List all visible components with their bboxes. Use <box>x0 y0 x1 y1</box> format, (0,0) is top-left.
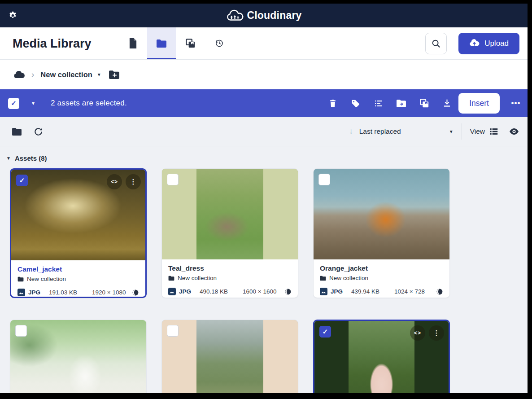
insert-button[interactable]: Insert <box>458 93 500 114</box>
asset-thumbnail: ✓ <box>162 169 298 259</box>
page-title: Media Library <box>13 36 92 50</box>
file-format-icon <box>168 288 176 295</box>
search-button[interactable] <box>425 33 447 54</box>
download-button[interactable] <box>436 89 458 117</box>
create-folder-button[interactable] <box>109 70 120 79</box>
asset-checkbox[interactable]: ✓ <box>15 325 27 337</box>
asset-more-button[interactable]: ⋮ <box>126 174 141 189</box>
asset-card[interactable]: ✓ Orange_jacket New collection JPG 439.9… <box>313 168 450 298</box>
tag-button[interactable] <box>344 89 367 117</box>
asset-title[interactable]: Teal_dress <box>168 264 292 272</box>
asset-format: JPG <box>28 289 40 296</box>
selection-actions: Insert ••• <box>321 89 528 117</box>
search-icon <box>431 39 441 48</box>
breadcrumb: › New collection ▾ <box>0 60 528 89</box>
select-all-checkbox[interactable]: ✓ <box>8 98 19 109</box>
tab-history[interactable] <box>205 27 233 59</box>
embed-code-button[interactable]: <> <box>410 325 425 341</box>
collection-name[interactable]: New collection <box>40 70 92 79</box>
check-icon: ✓ <box>323 328 328 336</box>
top-navbar: Cloudinary <box>0 4 528 27</box>
collections-icon <box>185 38 196 48</box>
view-tabs <box>118 27 233 59</box>
asset-title[interactable]: Camel_jacket <box>17 265 139 273</box>
caret-down-icon: ▾ <box>450 129 453 134</box>
asset-title[interactable]: Orange_jacket <box>320 264 443 272</box>
list-view-icon <box>489 127 499 136</box>
brand-text: Cloudinary <box>247 9 301 22</box>
asset-card[interactable]: ✓ <box>10 320 147 393</box>
refresh-button[interactable] <box>30 123 47 140</box>
upload-button[interactable]: Upload <box>458 33 519 54</box>
cloudinary-logo: Cloudinary <box>226 9 301 22</box>
gear-icon <box>8 11 17 20</box>
asset-card[interactable]: ✓ <> ⋮ Camel_jacket New collection JPG 1… <box>10 168 147 298</box>
home-cloud-button[interactable] <box>13 70 25 79</box>
asset-thumbnail: ✓ <box>10 320 146 393</box>
refresh-icon <box>33 127 44 137</box>
settings-button[interactable] <box>6 9 19 22</box>
kebab-icon: ⋮ <box>433 329 440 337</box>
globe-icon <box>284 288 292 295</box>
move-to-folder-button[interactable] <box>390 89 413 117</box>
assets-area: ▼ Assets (8) ✓ <> ⋮ Camel_jacket New co <box>0 146 528 393</box>
delete-button[interactable] <box>321 89 344 117</box>
eye-icon <box>509 126 519 137</box>
cloudinary-cloud-icon <box>226 9 244 22</box>
toolbar-left <box>8 123 47 140</box>
asset-dimensions: 1600 × 1600 <box>243 288 284 295</box>
selection-dropdown-button[interactable]: ▾ <box>32 101 35 106</box>
edit-metadata-button[interactable] <box>367 89 390 117</box>
asset-checkbox[interactable]: ✓ <box>167 174 179 185</box>
toolbar-right: ↓ Last replaced ▾ View <box>349 123 519 140</box>
collections-copy-icon <box>419 98 429 108</box>
preview-toggle-button[interactable] <box>509 126 519 137</box>
asset-card[interactable]: ✓ Teal_dress New collection JPG 490.18 K… <box>161 168 298 298</box>
collection-dropdown-button[interactable]: ▾ <box>98 72 100 77</box>
asset-checkbox[interactable]: ✓ <box>167 325 179 337</box>
asset-card[interactable]: ✓ <box>161 320 298 393</box>
cloud-icon <box>13 70 25 79</box>
asset-folder-row: New collection <box>168 275 292 281</box>
asset-folder-label: New collection <box>178 275 217 281</box>
asset-checkbox[interactable]: ✓ <box>16 175 28 186</box>
asset-more-button[interactable]: ⋮ <box>429 325 444 341</box>
folder-icon <box>320 276 326 281</box>
asset-info: Orange_jacket New collection JPG 439.94 … <box>314 259 449 295</box>
collapse-caret-icon: ▼ <box>6 156 11 161</box>
asset-format: JPG <box>179 288 191 295</box>
tab-folders[interactable] <box>147 27 176 59</box>
assets-heading[interactable]: ▼ Assets (8) <box>0 146 528 162</box>
asset-card[interactable]: ✓ <> ⋮ <box>313 320 450 393</box>
header-actions: Upload <box>425 33 519 54</box>
more-options-button[interactable]: ••• <box>504 89 528 117</box>
asset-thumbnail: ✓ <> ⋮ <box>314 321 449 393</box>
asset-thumbnail: ✓ <box>162 320 298 393</box>
file-icon <box>129 38 137 48</box>
folder-tree-button[interactable] <box>8 123 25 140</box>
view-toggle-button[interactable]: View <box>470 127 499 136</box>
asset-folder-label: New collection <box>27 276 66 282</box>
selection-message: 2 assets are selected. <box>51 99 127 108</box>
embed-code-button[interactable]: <> <box>107 174 122 189</box>
asset-dimensions: 1024 × 728 <box>394 288 436 295</box>
asset-thumbnail: ✓ <box>314 169 449 259</box>
divider <box>462 123 462 140</box>
tab-collections[interactable] <box>176 27 205 59</box>
asset-checkbox[interactable]: ✓ <box>318 174 330 185</box>
toolbar: ↓ Last replaced ▾ View <box>0 117 528 146</box>
asset-size: 191.03 KB <box>49 289 92 296</box>
sort-dropdown[interactable]: Last replaced ▾ <box>359 127 453 136</box>
download-icon <box>442 99 452 108</box>
tab-assets-file[interactable] <box>118 27 147 59</box>
cloud-upload-icon <box>469 38 480 48</box>
thumb-actions: <> ⋮ <box>107 174 141 189</box>
asset-format: JPG <box>331 288 343 295</box>
asset-meta: JPG 490.18 KB 1600 × 1600 <box>168 288 292 295</box>
add-to-collection-button[interactable] <box>413 89 436 117</box>
asset-thumbnail: ✓ <> ⋮ <box>11 170 145 260</box>
ellipsis-icon: ••• <box>511 99 521 108</box>
asset-checkbox[interactable]: ✓ <box>319 326 331 338</box>
sort-direction-button[interactable]: ↓ <box>349 127 353 136</box>
check-icon: ✓ <box>19 176 25 184</box>
